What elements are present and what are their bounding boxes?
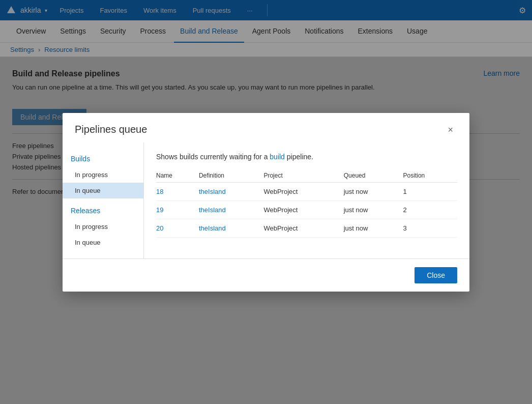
table-body: 18 theIsland WebProject just now 1 19 th…: [156, 182, 457, 237]
cell-queued-1: just now: [344, 200, 403, 219]
definition-link-0[interactable]: theIsland: [199, 188, 226, 195]
cell-definition-0: theIsland: [199, 182, 263, 200]
modal-header: Pipelines queue ×: [63, 113, 469, 142]
col-definition: Definition: [199, 169, 263, 183]
modal-sidebar: Builds In progress In queue Releases In …: [63, 142, 144, 258]
build-link-1[interactable]: 19: [156, 206, 163, 214]
col-position: Position: [403, 169, 457, 183]
table-row: 18 theIsland WebProject just now 1: [156, 182, 457, 200]
close-button[interactable]: Close: [415, 267, 457, 283]
col-project: Project: [263, 169, 343, 183]
sidebar-releases-in-progress[interactable]: In progress: [63, 219, 143, 235]
col-queued: Queued: [344, 169, 403, 183]
table-row: 19 theIsland WebProject just now 2: [156, 200, 457, 219]
cell-project-1: WebProject: [263, 200, 343, 219]
sidebar-builds-in-progress[interactable]: In progress: [63, 167, 143, 183]
definition-link-1[interactable]: theIsland: [199, 206, 226, 214]
cell-definition-1: theIsland: [199, 200, 263, 219]
build-link-2[interactable]: 20: [156, 224, 163, 232]
modal-overlay: Pipelines queue × Builds In progress In …: [0, 0, 532, 362]
modal-close-button[interactable]: ×: [444, 123, 457, 136]
builds-table: Name Definition Project Queued Position …: [156, 169, 457, 238]
cell-project-2: WebProject: [263, 219, 343, 237]
sidebar-releases-label[interactable]: Releases: [63, 203, 143, 219]
col-name: Name: [156, 169, 199, 183]
table-header: Name Definition Project Queued Position: [156, 169, 457, 183]
table-row: 20 theIsland WebProject just now 3: [156, 219, 457, 237]
cell-definition-2: theIsland: [199, 219, 263, 237]
modal-title: Pipelines queue: [75, 124, 147, 135]
cell-queued-0: just now: [344, 182, 403, 200]
cell-position-1: 2: [403, 200, 457, 219]
pipelines-queue-modal: Pipelines queue × Builds In progress In …: [63, 113, 469, 292]
cell-project-0: WebProject: [263, 182, 343, 200]
cell-name-2: 20: [156, 219, 199, 237]
content-desc-end: pipeline.: [285, 153, 313, 161]
modal-content-area: Shows builds currently waiting for a bui…: [144, 142, 469, 258]
sidebar-builds-label[interactable]: Builds: [63, 151, 143, 167]
sidebar-builds-in-queue[interactable]: In queue: [63, 183, 143, 198]
cell-name-1: 19: [156, 200, 199, 219]
cell-position-2: 3: [403, 219, 457, 237]
cell-queued-2: just now: [344, 219, 403, 237]
content-desc-link[interactable]: build: [270, 153, 285, 161]
content-description: Shows builds currently waiting for a bui…: [156, 153, 457, 161]
cell-name-0: 18: [156, 182, 199, 200]
modal-footer: Close: [63, 258, 469, 292]
build-link-0[interactable]: 18: [156, 188, 163, 195]
cell-position-0: 1: [403, 182, 457, 200]
modal-body: Builds In progress In queue Releases In …: [63, 142, 469, 258]
definition-link-2[interactable]: theIsland: [199, 224, 226, 232]
sidebar-releases-in-queue[interactable]: In queue: [63, 235, 143, 250]
content-desc-text: Shows builds currently waiting for a: [156, 153, 270, 161]
